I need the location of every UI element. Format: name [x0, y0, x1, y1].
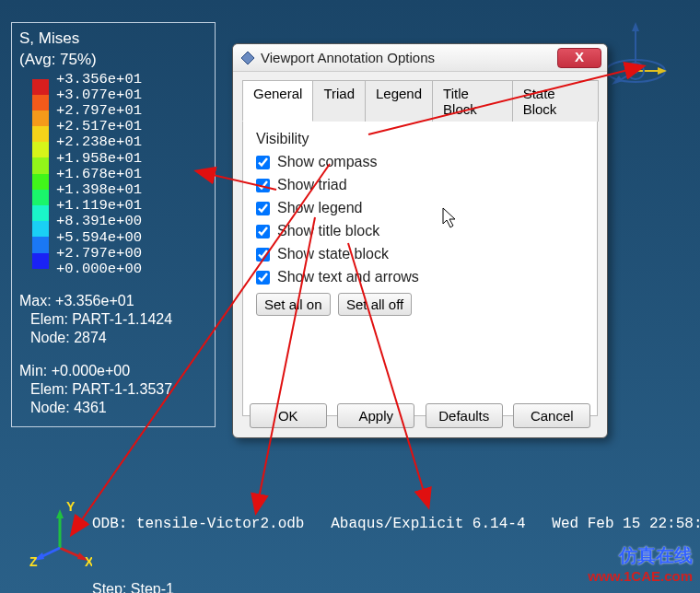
state-step: Step: Step-1	[92, 581, 368, 593]
checkbox-text-arrows[interactable]	[256, 271, 270, 285]
compass-icon[interactable]	[599, 20, 672, 94]
cancel-button[interactable]: Cancel	[513, 403, 590, 428]
apply-button[interactable]: Apply	[337, 403, 414, 428]
ok-button[interactable]: OK	[250, 403, 327, 428]
check-show-title-block[interactable]: Show title block	[256, 223, 584, 239]
set-all-off-button[interactable]: Set all off	[338, 293, 412, 316]
checkbox-legend[interactable]	[256, 202, 270, 215]
viewport-annotation-dialog: Viewport Annotation Options X General Tr…	[232, 43, 608, 438]
legend-colorbar	[32, 79, 49, 269]
dialog-titlebar[interactable]: Viewport Annotation Options X	[233, 44, 607, 72]
check-show-text-arrows[interactable]: Show text and arrows	[256, 269, 584, 285]
svg-text:X: X	[85, 554, 92, 566]
tab-legend[interactable]: Legend	[365, 80, 433, 122]
svg-marker-19	[443, 208, 455, 227]
visibility-label: Visibility	[256, 131, 584, 147]
legend-avg: (Avg: 75%)	[19, 50, 207, 69]
dialog-title: Viewport Annotation Options	[261, 50, 557, 65]
close-button[interactable]: X	[557, 48, 601, 68]
svg-text:Y: Y	[66, 502, 76, 514]
watermark-line2: www.1CAE.com	[588, 568, 693, 584]
check-show-compass[interactable]: Show compass	[256, 154, 584, 170]
tab-general[interactable]: General	[242, 80, 313, 122]
legend-max-node: Node: 2874	[30, 329, 207, 347]
legend-min-node: Node: 4361	[30, 399, 207, 417]
checkbox-triad[interactable]	[256, 179, 270, 192]
legend-panel: S, Mises (Avg: 75%) +3.356e+01 +3.077e+0…	[11, 22, 216, 427]
legend-min: Min: +0.000e+00	[19, 362, 207, 380]
svg-text:Z: Z	[29, 554, 38, 566]
defaults-button[interactable]: Defaults	[426, 403, 503, 428]
dialog-icon	[240, 51, 255, 65]
mouse-cursor-icon	[442, 207, 459, 234]
legend-max: Max: +3.356e+01	[19, 292, 207, 310]
triad-icon[interactable]: Y X Z	[28, 502, 92, 566]
tabstrip: General Triad Legend Title Block State B…	[242, 79, 598, 122]
legend-variable: S, Mises	[19, 29, 207, 48]
check-show-triad[interactable]: Show triad	[256, 177, 584, 193]
legend-min-elem: Elem: PART-1-1.3537	[30, 380, 207, 399]
svg-point-8	[633, 68, 638, 74]
legend-max-elem: Elem: PART-1-1.1424	[30, 310, 207, 329]
set-all-on-button[interactable]: Set all on	[256, 293, 331, 316]
checkbox-compass[interactable]	[256, 156, 270, 169]
tab-state-block[interactable]: State Block	[512, 80, 599, 122]
tab-title-block[interactable]: Title Block	[432, 80, 513, 122]
title-block: ODB: tensile-Victor2.odb Abaqus/Explicit…	[92, 516, 700, 532]
svg-marker-2	[632, 22, 639, 31]
check-show-legend[interactable]: Show legend	[256, 200, 584, 216]
check-show-state-block[interactable]: Show state block	[256, 246, 584, 262]
checkbox-state-block[interactable]	[256, 248, 270, 262]
svg-marker-6	[612, 76, 623, 85]
svg-marker-13	[56, 509, 64, 518]
legend-tick-labels: +3.356e+01 +3.077e+01 +2.797e+01 +2.517e…	[56, 72, 142, 278]
watermark-line1: 仿真在线	[588, 543, 693, 568]
svg-marker-9	[241, 52, 254, 64]
watermark: 仿真在线 www.1CAE.com	[588, 543, 693, 584]
state-block: Step: Step-1 Increment 150189: Step Time…	[92, 549, 368, 593]
tab-triad[interactable]: Triad	[312, 80, 366, 122]
tab-content-general: Visibility Show compass Show triad Show …	[242, 122, 598, 416]
checkbox-title-block[interactable]	[256, 225, 270, 238]
